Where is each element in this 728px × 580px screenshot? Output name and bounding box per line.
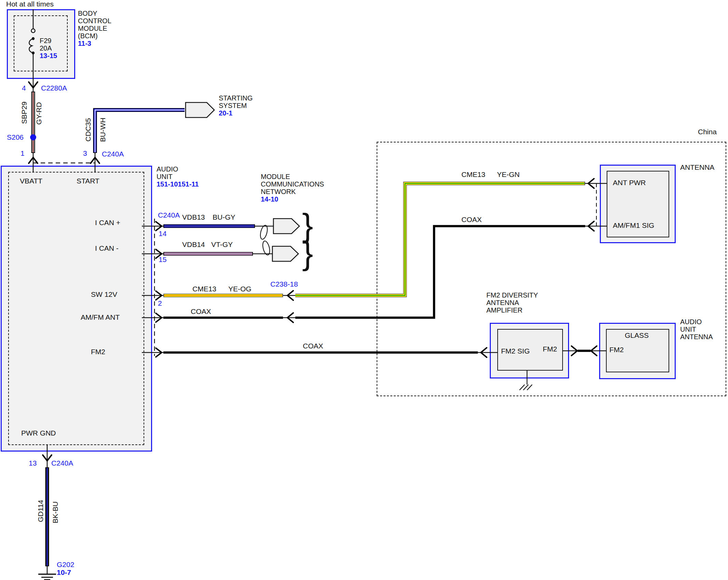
antenna-title: ANTENNA <box>680 163 714 171</box>
audio-unit-pin-arrows <box>156 222 162 357</box>
ground-g202-symbol <box>38 566 56 580</box>
bcm-title-line: CONTROL <box>78 17 111 25</box>
audio-unit-antenna-line: ANTENNA <box>680 333 713 341</box>
bcm-title-line: BODY <box>78 10 111 17</box>
fuse-symbol <box>29 9 35 92</box>
wire-cdc35-bu-wh <box>95 110 185 153</box>
pin-ican-minus-label: I CAN - <box>95 244 119 252</box>
pin-number-1: 1 <box>21 149 25 157</box>
bcm-title-line: (BCM) <box>78 32 111 40</box>
audio-unit-title-line: AUDIO <box>157 165 199 173</box>
wire-circuit-cme13-gn-label: CME13 <box>461 170 485 179</box>
fm2-amp-title-line: ANTENNA <box>486 299 538 306</box>
amp-pin-fm2-sig-label: FM2 SIG <box>501 347 530 355</box>
fm2-amplifier-title: FM2 DIVERSITY ANTENNA AMPLIFIER <box>486 291 538 314</box>
audio-unit-antenna-line: AUDIO <box>680 318 713 326</box>
module-comm-grid-ref: 14-10 <box>261 195 324 203</box>
pin-fm2-label: FM2 <box>91 348 105 356</box>
bcm-title-line: MODULE <box>78 25 111 32</box>
audio-unit-antenna-line: UNIT <box>680 326 713 333</box>
wire-color-bk-bu-label: BK-BU <box>51 501 59 523</box>
glass-pin-fm2-label: FM2 <box>609 346 624 354</box>
pin-number-15: 15 <box>159 256 166 264</box>
starting-system-grid-ref: 20-1 <box>219 109 253 117</box>
connector-c240a-bottom-label: C240A <box>51 459 73 467</box>
bcm-grid-ref: 11-3 <box>78 40 111 47</box>
wire-cme13-ye-gn <box>295 183 585 295</box>
wire-circuit-cdc35-label: CDC35 <box>84 118 92 142</box>
coax-fm2-label: COAX <box>303 342 323 350</box>
pin-vbatt-label: VBATT <box>20 177 42 185</box>
antenna-pin-ant-pwr-label: ANT PWR <box>613 179 646 187</box>
wire-color-ye-og-label: YE-OG <box>228 285 252 293</box>
audio-unit-grid-ref: 151-10151-11 <box>157 180 199 188</box>
wire-circuit-vdb13-label: VDB13 <box>182 213 205 221</box>
wiring-diagram: Hot at all times BODY CONTROL MODULE (BC… <box>0 0 728 580</box>
bcm-title: BODY CONTROL MODULE (BCM) 11-3 <box>78 10 111 47</box>
fm2-amp-title-line: FM2 DIVERSITY <box>486 291 538 299</box>
glass-box-label: GLASS <box>625 331 649 340</box>
wire-circuit-vdb14-label: VDB14 <box>182 240 205 249</box>
amplifier-chassis-ground <box>520 371 532 390</box>
connector-c2280a-label: C2280A <box>41 84 67 92</box>
splice-s206-label: S206 <box>7 133 24 141</box>
fuse-grid-ref: 13-15 <box>40 52 57 59</box>
starting-system-line: STARTING <box>219 94 253 102</box>
pin-number-4: 4 <box>22 84 26 92</box>
module-comm-line: NETWORK <box>261 188 324 195</box>
fuse-rating: 20A <box>40 44 57 52</box>
starting-system-title: STARTING SYSTEM 20-1 <box>219 94 253 117</box>
module-comm-line: COMMUNICATIONS <box>261 180 324 188</box>
can-low-connector-flag <box>272 246 298 261</box>
audio-unit-antenna-title: AUDIO UNIT ANTENNA <box>680 318 713 341</box>
coax-antenna-label: COAX <box>461 216 482 224</box>
ground-grid-ref: 10-7 <box>57 568 71 577</box>
audio-unit-pin-leads <box>142 226 163 353</box>
wire-color-bu-gy-label: BU-GY <box>213 213 235 221</box>
pin-number-2: 2 <box>158 299 162 307</box>
fuse-id: F29 <box>40 37 57 44</box>
wire-color-ye-gn-label: YE-GN <box>497 170 520 179</box>
coax-amfm-label: COAX <box>191 307 211 316</box>
can-high-connector-flag <box>273 219 299 234</box>
splice-s206-dot <box>30 134 36 140</box>
hot-at-all-times-label: Hot at all times <box>6 0 54 8</box>
coax-amfm-right <box>295 226 585 318</box>
fuse-label: F29 20A 13-15 <box>40 37 57 59</box>
pin-start-label: START <box>77 177 99 185</box>
pin-pwr-gnd-label: PWR GND <box>21 429 56 437</box>
pin-number-13: 13 <box>29 459 37 467</box>
connector-c240a-pin14-label: C240A <box>158 211 180 219</box>
wire-layer <box>0 0 728 580</box>
wire-color-bu-wh-label: BU-WH <box>99 118 107 142</box>
pin-number-3: 3 <box>83 149 87 157</box>
china-region-label: China <box>698 128 717 136</box>
connector-c240a-top-label: C240A <box>102 150 124 158</box>
wire-circuit-cme13-og-label: CME13 <box>192 285 216 293</box>
starting-system-connector-flag <box>186 102 214 118</box>
pin-number-14: 14 <box>159 230 166 238</box>
audio-unit-title: AUDIO UNIT 151-10151-11 <box>157 165 199 188</box>
pin-amfm-ant-label: AM/FM ANT <box>81 313 120 321</box>
twisted-pair-symbol <box>259 224 271 256</box>
module-comm-line: MODULE <box>261 173 324 180</box>
wire-color-vt-gy-label: VT-GY <box>211 240 233 249</box>
pin-sw12v-label: SW 12V <box>91 290 117 299</box>
wire-circuit-gd114-label: GD114 <box>37 500 45 522</box>
pin-ican-plus-label: I CAN + <box>95 219 120 227</box>
can-low-brace: } <box>302 237 313 270</box>
ground-g202-label: G202 <box>57 561 74 569</box>
antenna-pin-amfm1-sig-label: AM/FM1 SIG <box>613 221 654 230</box>
wire-color-gy-rd-label: GY-RD <box>35 102 43 125</box>
connector-c238-18-label: C238-18 <box>270 280 298 288</box>
module-comm-network-title: MODULE COMMUNICATIONS NETWORK 14-10 <box>261 173 324 203</box>
audio-unit-title-line: UNIT <box>157 173 199 180</box>
fm2-amp-title-line: AMPLIFIER <box>486 306 538 314</box>
amp-pin-fm2-out-label: FM2 <box>543 345 557 353</box>
starting-system-line: SYSTEM <box>219 102 253 109</box>
wire-circuit-sbp29-label: SBP29 <box>20 101 28 124</box>
